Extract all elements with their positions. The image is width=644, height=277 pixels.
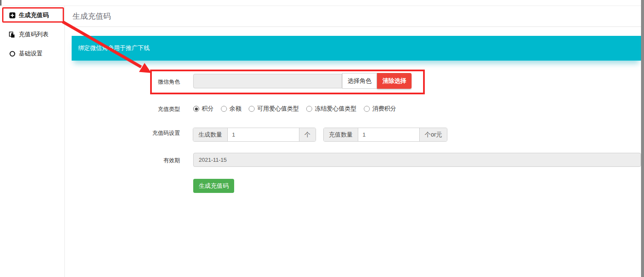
radio-option-points[interactable]: 积分 — [193, 105, 214, 113]
recharge-type-label: 充值类型 — [133, 105, 180, 113]
generate-code-submit-button[interactable]: 生成充值码 — [193, 179, 234, 193]
radio-label: 积分 — [202, 105, 214, 113]
radio-label: 余额 — [229, 105, 241, 113]
code-settings-label: 充值码设置 — [133, 129, 180, 137]
top-border-line — [0, 6, 644, 6]
recharge-qty-suffix: 个or元 — [419, 128, 447, 141]
info-banner: 绑定微信角色用于推广下线 — [72, 36, 641, 61]
plus-square-icon — [9, 12, 15, 19]
sidebar-item-label: 基础设置 — [19, 50, 43, 58]
vertical-scrollbar[interactable] — [641, 0, 644, 277]
sidebar-item-label: 生成充值码 — [19, 12, 49, 19]
radio-option-balance[interactable]: 余额 — [221, 105, 241, 113]
sidebar-item-code-list[interactable]: 充值码列表 — [0, 27, 65, 42]
select-role-button[interactable]: 选择角色 — [342, 73, 377, 89]
wechat-role-label: 微信角色 — [133, 78, 180, 86]
sidebar-item-generate-code[interactable]: 生成充值码 — [0, 8, 65, 23]
radio-label: 冻结爱心值类型 — [315, 105, 357, 113]
radio-option-frozen-love-value[interactable]: 冻结爱心值类型 — [306, 105, 357, 113]
info-banner-text: 绑定微信角色用于推广下线 — [78, 44, 150, 52]
radio-label: 可用爱心值类型 — [257, 105, 299, 113]
generate-qty-suffix: 个 — [299, 128, 316, 141]
radio-option-consume-points[interactable]: 消费积分 — [364, 105, 396, 113]
radio-label: 消费积分 — [372, 105, 396, 113]
radio-icon — [221, 106, 227, 112]
left-edge-mark — [0, 0, 1, 6]
recharge-qty-addon: 充值数量 — [324, 128, 358, 141]
header-divider — [72, 26, 641, 27]
sidebar-item-basic-settings[interactable]: 基础设置 — [0, 46, 65, 61]
radio-icon — [306, 106, 312, 112]
generate-qty-input[interactable] — [228, 128, 299, 141]
page-title: 生成充值码 — [73, 11, 111, 21]
recharge-type-options: 积分 余额 可用爱心值类型 冻结爱心值类型 消费积分 — [193, 105, 396, 113]
radio-icon — [364, 106, 370, 112]
radio-option-usable-love-value[interactable]: 可用爱心值类型 — [249, 105, 299, 113]
recharge-qty-input[interactable] — [358, 128, 419, 141]
generate-qty-group: 生成数量 个 — [193, 128, 316, 142]
validity-label: 有效期 — [133, 157, 180, 164]
radio-icon — [249, 106, 255, 112]
clear-selection-button[interactable]: 清除选择 — [377, 73, 412, 89]
sidebar: 生成充值码 充值码列表 基础设置 — [0, 6, 65, 277]
sidebar-item-label: 充值码列表 — [19, 31, 49, 38]
recharge-qty-group: 充值数量 个or元 — [323, 128, 447, 142]
wechat-role-input[interactable] — [193, 74, 342, 88]
generate-qty-addon: 生成数量 — [193, 128, 228, 141]
validity-date-input[interactable] — [193, 153, 641, 167]
copy-icon — [9, 32, 15, 38]
circle-icon — [9, 51, 15, 57]
radio-icon — [193, 106, 199, 112]
